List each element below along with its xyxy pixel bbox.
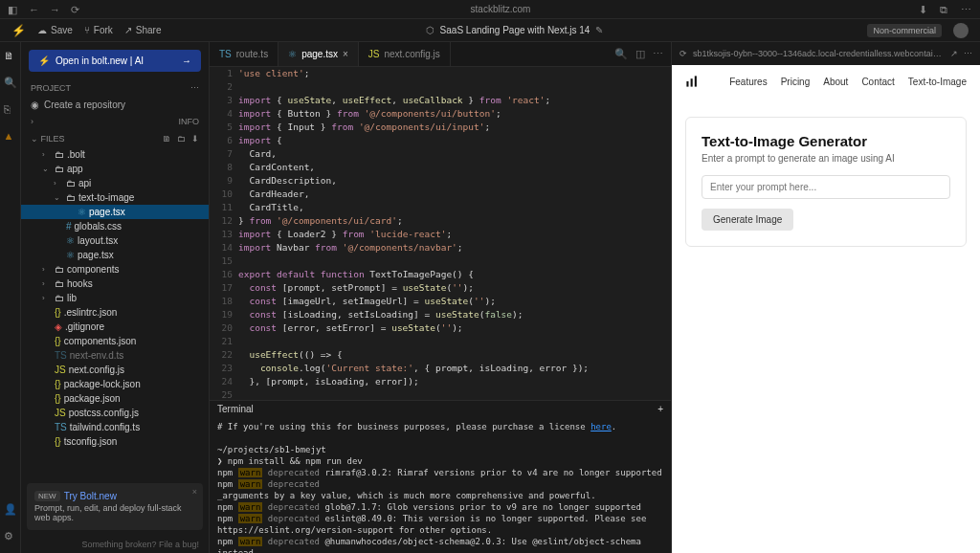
account-icon[interactable]: 👤 xyxy=(4,503,17,517)
browser-chrome: ◧ ← → ⟳ stackblitz.com ⬇ ⧉ ⋯ xyxy=(0,0,980,19)
sidebar: ⚡ Open in bolt.new | AI → PROJECT ⋯ ◉ Cr… xyxy=(21,42,210,553)
tree-file-postcss[interactable]: JS postcss.config.js xyxy=(21,406,209,420)
create-repo-button[interactable]: ◉ Create a repository xyxy=(21,97,209,113)
bolt-icon: ⚡ xyxy=(38,55,50,66)
feedback-link[interactable]: Something broken? File a bug! xyxy=(21,536,209,553)
card-title: Text-to-Image Generator xyxy=(702,133,950,149)
generator-card: Text-to-Image Generator Enter a prompt t… xyxy=(685,117,967,247)
preview-content: Features Pricing About Contact Text-to-I… xyxy=(672,65,980,553)
tree-file-components-json[interactable]: {} components.json xyxy=(21,334,209,348)
terminal-output[interactable]: # If you're using this for business purp… xyxy=(210,417,671,553)
open-new-icon[interactable]: ↗ xyxy=(950,49,958,58)
promo-subtitle: Prompt, run, edit, and deploy full-stack… xyxy=(34,503,195,522)
tree-file-globals-css[interactable]: # globals.css xyxy=(21,219,209,233)
tree-file-tsconfig[interactable]: {} tsconfig.json xyxy=(21,434,209,449)
preview-pane: ⟳ sb1tksojis-0ybn--3000--1346adc.local-c… xyxy=(671,42,980,553)
preview-more-icon[interactable]: ⋯ xyxy=(964,49,972,58)
prompt-input[interactable] xyxy=(702,175,950,199)
reload-preview-icon[interactable]: ⟳ xyxy=(679,49,687,58)
search-icon[interactable]: 🔍 xyxy=(614,48,628,60)
generate-button[interactable]: Generate Image xyxy=(702,209,793,231)
open-bolt-button[interactable]: ⚡ Open in bolt.new | AI → xyxy=(29,50,201,72)
tab-route[interactable]: TSroute.ts xyxy=(210,42,278,66)
tree-folder-t2i[interactable]: ⌄🗀 text-to-image xyxy=(21,190,209,205)
settings-icon[interactable]: ⚙ xyxy=(4,530,17,543)
tree-folder-hooks[interactable]: ›🗀 hooks xyxy=(21,276,209,291)
reload-icon[interactable]: ⟳ xyxy=(71,4,82,15)
tab-page[interactable]: ⚛page.tsx× xyxy=(278,42,359,66)
tree-file-page-tsx[interactable]: ⚛ page.tsx xyxy=(21,205,209,219)
back-icon[interactable]: ← xyxy=(29,4,40,15)
preview-url-text[interactable]: sb1tksojis-0ybn--3000--1346adc.local-cre… xyxy=(693,49,945,58)
tree-file-package-lock[interactable]: {} package-lock.json xyxy=(21,377,209,391)
tab-config[interactable]: JSnext.config.js xyxy=(359,42,451,66)
project-section-header[interactable]: PROJECT ⋯ xyxy=(21,79,209,97)
tree-file-next-config[interactable]: JS next.config.js xyxy=(21,363,209,377)
file-tree: ›🗀 .bolt ⌄🗀 app ›🗀 api ⌄🗀 text-to-image … xyxy=(21,147,209,477)
save-button[interactable]: ☁Save xyxy=(37,25,73,35)
more-tabs-icon[interactable]: ⋯ xyxy=(653,48,663,60)
tree-folder-api[interactable]: ›🗀 api xyxy=(21,176,209,190)
svg-rect-1 xyxy=(691,78,693,86)
non-commercial-badge: Non-commercial xyxy=(867,24,942,37)
preview-url-bar: ⟳ sb1tksojis-0ybn--3000--1346adc.local-c… xyxy=(672,42,980,65)
tree-file-gitignore[interactable]: ◈ .gitignore xyxy=(21,320,209,334)
sidebar-toggle-icon[interactable]: ◧ xyxy=(8,4,19,15)
tree-folder-app[interactable]: ⌄🗀 app xyxy=(21,162,209,176)
kebab-icon[interactable]: ⋯ xyxy=(190,83,199,93)
search-activity-icon[interactable]: 🔍 xyxy=(4,77,17,90)
close-icon[interactable]: × xyxy=(192,487,197,497)
forward-icon[interactable]: → xyxy=(50,4,61,15)
tree-folder-components[interactable]: ›🗀 components xyxy=(21,262,209,276)
tree-folder-bolt[interactable]: ›🗀 .bolt xyxy=(21,147,209,162)
svg-rect-2 xyxy=(695,76,697,86)
arrow-right-icon: → xyxy=(182,55,191,66)
bolt-promo: × NEWTry Bolt.new Prompt, run, edit, and… xyxy=(27,483,203,530)
new-file-icon[interactable]: 🗎 xyxy=(163,134,171,144)
toolbar: ⚡ ☁Save ⑂Fork ↗Share ⬡ SaaS Landing Page… xyxy=(0,19,980,42)
new-folder-icon[interactable]: 🗀 xyxy=(177,134,186,144)
preview-nav: Features Pricing About Contact Text-to-I… xyxy=(672,65,980,98)
files-icon[interactable]: 🗎 xyxy=(4,50,17,63)
split-icon[interactable]: ◫ xyxy=(635,48,645,60)
new-badge: NEW xyxy=(34,491,60,501)
logo-icon[interactable]: ⚡ xyxy=(11,24,26,37)
tree-file-eslintrc[interactable]: {} .eslintrc.json xyxy=(21,305,209,320)
tree-file-page-tsx-root[interactable]: ⚛ page.tsx xyxy=(21,248,209,262)
browser-url[interactable]: stackblitz.com xyxy=(90,4,911,14)
fork-button[interactable]: ⑂Fork xyxy=(84,25,113,35)
nav-about[interactable]: About xyxy=(823,77,848,87)
download-files-icon[interactable]: ⬇ xyxy=(191,134,199,144)
nav-contact[interactable]: Contact xyxy=(861,77,894,87)
bar-chart-icon xyxy=(685,75,699,88)
more-icon[interactable]: ⋯ xyxy=(961,4,972,15)
tree-folder-lib[interactable]: ›🗀 lib xyxy=(21,291,209,305)
tree-file-layout-tsx[interactable]: ⚛ layout.tsx xyxy=(21,233,209,248)
share-button[interactable]: ↗Share xyxy=(124,25,162,35)
tree-file-next-env[interactable]: TS next-env.d.ts xyxy=(21,348,209,363)
svg-rect-0 xyxy=(686,81,688,87)
tree-file-tailwind[interactable]: TS tailwind.config.ts xyxy=(21,420,209,434)
editor-area: TSroute.ts ⚛page.tsx× JSnext.config.js 🔍… xyxy=(210,42,671,553)
firebase-icon[interactable]: ▲ xyxy=(4,130,17,144)
code-editor[interactable]: 1234567891011121314151617181920212223242… xyxy=(210,67,671,400)
tabs-row: TSroute.ts ⚛page.tsx× JSnext.config.js 🔍… xyxy=(210,42,671,67)
nav-features[interactable]: Features xyxy=(729,77,767,87)
terminal-tab[interactable]: Terminal xyxy=(217,404,254,414)
files-section-header[interactable]: ⌄ FILES 🗎 🗀 ⬇ xyxy=(21,130,209,147)
ports-icon[interactable]: ⎘ xyxy=(4,103,17,117)
nav-t2i[interactable]: Text-to-Image xyxy=(908,77,967,87)
avatar[interactable] xyxy=(953,23,969,38)
terminal-panel: Terminal + # If you're using this for bu… xyxy=(210,400,671,553)
tree-file-package-json[interactable]: {} package.json xyxy=(21,391,209,406)
copy-icon[interactable]: ⧉ xyxy=(940,4,951,15)
project-title: ⬡ SaaS Landing Page with Next.js 14 ✎ xyxy=(172,25,856,35)
nav-pricing[interactable]: Pricing xyxy=(781,77,811,87)
close-tab-icon[interactable]: × xyxy=(343,49,348,59)
activity-bar: 🗎 🔍 ⎘ ▲ 👤 ⚙ xyxy=(0,42,21,553)
card-subtitle: Enter a prompt to generate an image usin… xyxy=(702,153,950,164)
github-icon: ◉ xyxy=(31,100,39,110)
download-icon[interactable]: ⬇ xyxy=(919,4,930,15)
terminal-add-icon[interactable]: + xyxy=(657,404,663,414)
info-section-header[interactable]: ›INFO xyxy=(21,113,209,130)
